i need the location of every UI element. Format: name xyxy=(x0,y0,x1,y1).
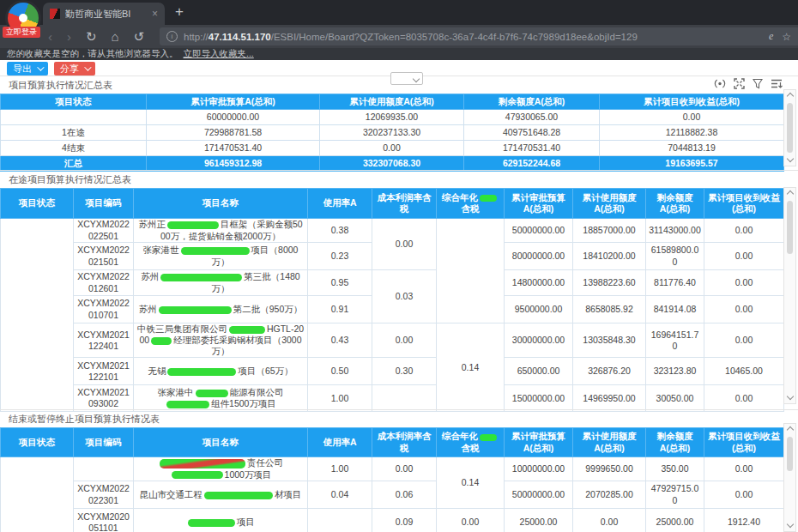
column-header: 累计项目收到收益(总和) xyxy=(704,189,784,219)
scroll-up-icon[interactable] xyxy=(787,426,794,433)
column-header: 项目状态 xyxy=(1,428,74,457)
chevron-down-icon xyxy=(413,75,420,82)
redaction-marker xyxy=(160,274,242,281)
column-header: 剩余额度A(总和) xyxy=(646,189,704,219)
scroll-down-icon[interactable] xyxy=(787,393,794,400)
scroll-up-icon[interactable] xyxy=(787,190,794,197)
browser-chrome: 勤哲商业智能BI × + 立即登录 ‹ › ↻ ⌂ ↺ ☆ i http://4… xyxy=(0,0,798,60)
column-header: 项目名称 xyxy=(134,189,308,219)
project-name-cell: 责任公司1000万项目 xyxy=(134,457,308,481)
redaction-marker xyxy=(159,306,232,314)
column-header: 累计审批预算A(总和) xyxy=(505,189,573,219)
compatibility-mode-icon[interactable]: e xyxy=(769,30,773,43)
status-cell xyxy=(1,219,74,412)
redaction-marker xyxy=(196,390,228,397)
redaction-marker xyxy=(229,326,265,334)
column-header: 累计审批预算A(总和) xyxy=(147,94,320,110)
table-row: XCYXM2021122101 无锡项目（65万） 0.50 0.30 6500… xyxy=(1,358,784,385)
filter-icon[interactable] xyxy=(753,78,763,89)
url-text[interactable]: http://47.114.51.170/ESBI/Home/Board?QZT… xyxy=(184,32,764,42)
project-name-cell: 苏州正目框架（采购金额5000万，提货贴销金额2000万） xyxy=(134,219,308,243)
panel-inprogress-projects: 在途项目预算执行情况汇总表 项目状态 项目编码 项目名称 使用率A 成本利润率含… xyxy=(0,170,798,412)
tab-title: 勤哲商业智能BI xyxy=(65,8,148,21)
project-name-cell: 昆山市交通工程材项目 xyxy=(134,481,308,509)
scrollbar[interactable] xyxy=(783,423,796,532)
table-row: 1在途 729988781.58 320237133.30 409751648.… xyxy=(1,125,784,141)
column-header: 项目状态 xyxy=(1,94,147,110)
column-header-redacted: 综合年化含税 xyxy=(437,428,505,457)
project-name-cell: 张家港中能源有限公司组件1500万项目 xyxy=(134,385,308,412)
export-button[interactable]: 导出 xyxy=(7,62,48,76)
project-name-cell: 中铁三局集团有限公司HGTL-2000经理部委托采购钢材项目（3000万） xyxy=(134,323,308,358)
tab-close-icon[interactable]: × xyxy=(152,8,158,20)
scroll-down-icon[interactable] xyxy=(787,155,794,162)
project-name-cell: 项目 xyxy=(134,509,308,532)
summary-row: 汇总 961459312.98 332307068.30 629152244.6… xyxy=(1,156,784,172)
column-header: 累计使用额度A(总和) xyxy=(320,94,464,110)
redaction-marker xyxy=(151,337,172,345)
forward-icon[interactable]: › xyxy=(67,30,71,43)
address-bar[interactable]: i http://47.114.51.170/ESBI/Home/Board?Q… xyxy=(160,27,798,45)
favorite-star-icon[interactable]: ☆ xyxy=(782,31,791,43)
back-icon[interactable]: ‹ xyxy=(48,30,52,43)
redaction-marker xyxy=(188,519,235,527)
table-row: 60000000.00 12069935.00 47930065.00 0.00 xyxy=(1,110,784,125)
column-header: 剩余额度A(总和) xyxy=(646,428,704,457)
chevron-down-icon xyxy=(84,63,91,70)
scroll-thumb[interactable] xyxy=(787,437,793,471)
login-badge[interactable]: 立即登录 xyxy=(3,27,40,38)
redaction-marker xyxy=(480,195,497,202)
scroll-down-icon[interactable] xyxy=(787,521,794,528)
project-name-cell: 苏州第三批（1480万） xyxy=(134,270,308,296)
redaction-marker xyxy=(204,492,273,499)
header-row: 项目状态 项目编码 项目名称 使用率A 成本利润率含税 综合年化含税 累计审批预… xyxy=(1,428,784,457)
table-row: 4结束 171470531.40 0.00 171470531.40 70448… xyxy=(1,141,784,156)
column-header: 成本利润率含税 xyxy=(372,189,437,219)
project-name-cell: 无锡项目（65万） xyxy=(134,358,308,385)
share-button[interactable]: 分享 xyxy=(54,62,95,76)
home-icon[interactable]: ⌂ xyxy=(112,30,119,43)
scroll-thumb[interactable] xyxy=(787,201,793,254)
table-row: XCYXM2022022501 苏州正目框架（采购金额5000万，提货贴销金额2… xyxy=(1,219,784,243)
scroll-thumb[interactable] xyxy=(787,103,793,153)
column-header: 累计审批预算A(总和) xyxy=(505,428,573,457)
budget-summary-table: 项目状态 累计审批预算A(总和) 累计使用额度A(总和) 剩余额度A(总和) 累… xyxy=(0,94,784,172)
import-bookmarks-link[interactable]: 立即导入收藏夹... xyxy=(184,48,254,60)
table-row: XCYXM2022012601 苏州第三批（1480万） 0.95 0.03 1… xyxy=(1,270,784,296)
column-header: 项目名称 xyxy=(134,428,308,457)
column-header: 累计项目收到收益(总和) xyxy=(600,94,784,110)
dashboard-content: 导出 分享 项目预算执行情况汇总表 项目状态 累计审批预算A(总 xyxy=(0,60,798,532)
restore-icon[interactable]: ↺ xyxy=(134,30,145,43)
bookmark-bar: 您的收藏夹是空的，请从其他浏览器导入。 立即导入收藏夹... xyxy=(0,48,798,60)
redaction-marker xyxy=(167,368,236,376)
column-header: 剩余额度A(总和) xyxy=(464,94,600,110)
finished-projects-table: 项目状态 项目编码 项目名称 使用率A 成本利润率含税 综合年化含税 累计审批预… xyxy=(0,427,784,532)
header-row: 项目状态 项目编码 项目名称 使用率A 成本利润率含税 综合年化含税 累计审批预… xyxy=(1,189,784,219)
scrollbar[interactable] xyxy=(783,187,796,404)
live-refresh-icon[interactable] xyxy=(714,78,726,89)
board-selector-dropdown[interactable] xyxy=(390,72,423,85)
site-info-icon[interactable]: i xyxy=(166,31,178,42)
scrollbar[interactable] xyxy=(783,89,796,166)
header-row: 项目状态 累计审批预算A(总和) 累计使用额度A(总和) 剩余额度A(总和) 累… xyxy=(1,94,784,110)
column-header: 累计项目收到收益(总和) xyxy=(704,428,784,457)
column-header: 项目编码 xyxy=(74,428,134,457)
refresh-icon[interactable]: ↻ xyxy=(86,30,97,43)
scroll-up-icon[interactable] xyxy=(787,93,794,100)
site-favicon xyxy=(50,9,60,19)
browser-tab[interactable]: 勤哲商业智能BI × xyxy=(43,3,165,25)
redaction-marker xyxy=(480,434,497,441)
panel-title: 结束或暂停终止项目预算执行情况表 xyxy=(0,410,798,427)
chevron-down-icon xyxy=(37,63,44,70)
new-tab-button[interactable]: + xyxy=(175,3,184,21)
column-header: 使用率A xyxy=(308,428,372,457)
column-header: 使用率A xyxy=(308,189,372,219)
redaction-marker xyxy=(166,401,209,408)
redaction-marker xyxy=(167,221,219,229)
table-settings-icon[interactable] xyxy=(771,78,783,89)
column-header: 成本利润率含税 xyxy=(372,428,437,457)
fullscreen-icon[interactable] xyxy=(734,78,745,89)
bookmark-empty-notice: 您的收藏夹是空的，请从其他浏览器导入。 xyxy=(7,48,178,60)
column-header: 项目编码 xyxy=(74,189,134,219)
redaction-marker xyxy=(172,471,223,479)
